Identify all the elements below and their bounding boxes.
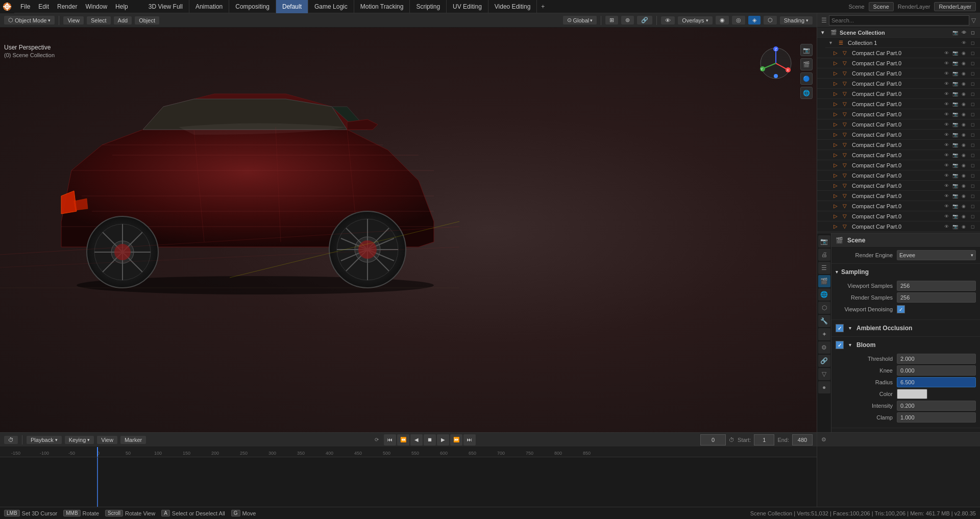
select-menu-btn[interactable]: Select (87, 16, 111, 24)
car-part-13[interactable]: ▷▽ Compact Car Part.0 👁📷◉◻ (817, 181, 980, 191)
tab-animation[interactable]: Animation (189, 0, 229, 13)
car-part-15[interactable]: ▷▽ Compact Car Part.0 👁📷◉◻ (817, 201, 980, 211)
tab-add-button[interactable]: + (537, 1, 549, 12)
end-frame-field[interactable]: 480 (792, 434, 813, 446)
ao-header[interactable]: ✓ ▾ Ambient Occlusion (836, 322, 976, 334)
rendered-shading-btn[interactable]: ◈ (748, 16, 761, 24)
wireframe-shading-btn[interactable]: ⬡ (764, 16, 777, 24)
car-part-10[interactable]: ▷▽ Compact Car Part.0 👁📷◉◻ (817, 150, 980, 160)
props-world-btn[interactable]: 🌐 (818, 288, 830, 301)
current-frame-field[interactable]: 0 (700, 434, 726, 446)
props-physics-btn[interactable]: ⚙ (818, 341, 830, 354)
tab-3dviewfull[interactable]: 3D View Full (142, 0, 189, 13)
menu-render[interactable]: Render (53, 0, 81, 13)
props-material-btn[interactable]: ● (818, 381, 830, 393)
tab-videoediting[interactable]: Video Editing (488, 0, 537, 13)
viewport-3d[interactable]: ⬡ Object Mode ▾ View Select Add Object ⊙… (0, 13, 817, 432)
gizmo-btn[interactable]: 👁 (661, 16, 675, 24)
car-part-14[interactable]: ▷▽ Compact Car Part.0 👁📷◉◻ (817, 191, 980, 201)
tab-gamelogic[interactable]: Game Logic (308, 0, 354, 13)
props-render-btn[interactable]: 📷 (818, 235, 830, 248)
p0-eye[interactable]: 👁 (943, 50, 950, 57)
p0-select[interactable]: ◻ (969, 50, 976, 57)
play-fwd-btn[interactable]: ▶ (437, 434, 449, 446)
action-camera[interactable]: 📷 (951, 29, 959, 36)
render-samples-value[interactable]: 256 (897, 292, 976, 303)
props-output-btn[interactable]: 🖨 (818, 249, 830, 261)
bloom-clamp-value[interactable]: 1.000 (897, 412, 976, 423)
c1-sel[interactable]: ◻ (969, 39, 976, 46)
play-back-btn[interactable]: ◀ (410, 434, 423, 446)
object-menu-btn[interactable]: Object (135, 16, 159, 24)
car-part-12[interactable]: ▷▽ Compact Car Part.0 👁📷◉◻ (817, 170, 980, 181)
menu-edit[interactable]: Edit (34, 0, 53, 13)
action-eye[interactable]: 👁 (960, 29, 967, 36)
props-data-btn[interactable]: ▽ (818, 368, 830, 380)
skip-end-btn[interactable]: ⏭ (463, 434, 476, 446)
bloom-intensity-value[interactable]: 0.200 (897, 401, 976, 411)
material-shading-btn[interactable]: ◎ (732, 16, 745, 24)
menu-help[interactable]: Help (111, 0, 132, 13)
filter-icon[interactable]: ▽ (971, 17, 976, 24)
loop-btn[interactable]: ⟳ (371, 434, 383, 446)
ao-checkbox[interactable]: ✓ (836, 324, 844, 332)
shading-menu-btn[interactable]: Shading ▾ (780, 16, 813, 24)
add-menu-btn[interactable]: Add (114, 16, 132, 24)
blender-logo[interactable] (0, 0, 14, 13)
toggle-render-icon[interactable]: 🎬 (800, 58, 813, 70)
solid-shading-btn[interactable]: ◉ (716, 16, 729, 24)
car-part-3[interactable]: ▷▽ Compact Car Part.0 👁📷◉◻ (817, 79, 980, 89)
tab-scripting[interactable]: Scripting (410, 0, 447, 13)
viewport-canvas[interactable]: User Perspective (0) Scene Collection Z … (0, 28, 817, 432)
props-view-layer-btn[interactable]: ☰ (818, 262, 830, 274)
marker-menu[interactable]: Marker (120, 436, 146, 444)
props-modifier-btn[interactable]: 🔧 (818, 315, 830, 327)
tab-uvediting[interactable]: UV Editing (447, 0, 488, 13)
props-object-btn[interactable]: ⬡ (818, 302, 830, 314)
car-part-7[interactable]: ▷▽ Compact Car Part.0 👁📷◉◻ (817, 119, 980, 130)
car-part-8[interactable]: ▷▽ Compact Car Part.0 👁📷◉◻ (817, 130, 980, 140)
stop-btn[interactable]: ⏹ (424, 434, 436, 446)
sampling-header[interactable]: ▾ Sampling (836, 266, 976, 278)
props-scene-btn[interactable]: 🎬 (818, 275, 830, 287)
car-part-17[interactable]: ▷▽ Compact Car Part.0 👁📷◉◻ (817, 221, 980, 232)
car-part-11[interactable]: ▷▽ Compact Car Part.0 👁📷◉◻ (817, 160, 980, 170)
car-part-0[interactable]: ▷ ▽ Compact Car Part.0 👁 📷 ◉ ◻ (817, 48, 980, 58)
tl-view-menu[interactable]: View (97, 436, 117, 444)
p0-render[interactable]: ◉ (960, 50, 967, 57)
outliner-scene-collection[interactable]: ▾ 🎬 Scene Collection 📷 👁 ◻ (817, 28, 980, 38)
viewport-denoising-checkbox[interactable]: ✓ (897, 305, 905, 313)
tab-compositing[interactable]: Compositing (229, 0, 276, 13)
car-part-2[interactable]: ▷ ▽ Compact Car Part.0 👁📷◉◻ (817, 68, 980, 79)
snap-btn[interactable]: ⊙ Global ▾ (563, 16, 597, 24)
toggle-scene-icon[interactable]: 🔵 (800, 72, 813, 85)
outliner-search[interactable] (829, 15, 969, 26)
action-select[interactable]: ◻ (969, 29, 976, 36)
outliner-collection1[interactable]: ▾ ☰ Collection 1 👁 ◻ (825, 38, 980, 48)
car-part-5[interactable]: ▷▽ Compact Car Part.0 👁📷◉◻ (817, 99, 980, 109)
car-part-9[interactable]: ▷▽ Compact Car Part.0 👁📷◉◻ (817, 140, 980, 150)
bloom-header[interactable]: ✓ ▾ Bloom (836, 339, 976, 351)
start-frame-field[interactable]: 1 (754, 434, 774, 446)
render-layer-selector[interactable]: RenderLayer (934, 2, 976, 11)
overlay-btn[interactable]: Overlays ▾ (678, 16, 712, 24)
proportional-btn[interactable]: ⊚ (621, 16, 634, 24)
viewport-mode-btn[interactable]: ⬡ Object Mode ▾ (4, 16, 55, 24)
snap-toggle[interactable]: 🔗 (637, 16, 652, 24)
c1-eye[interactable]: 👁 (960, 39, 967, 46)
render-engine-select[interactable]: Eevee ▾ (897, 250, 976, 260)
step-back-btn[interactable]: ⏪ (397, 434, 409, 446)
car-part-4[interactable]: ▷▽ Compact Car Part.0 👁📷◉◻ (817, 89, 980, 99)
car-part-16[interactable]: ▷▽ Compact Car Part.0 👁📷◉◻ (817, 211, 980, 221)
viewport-samples-value[interactable]: 256 (897, 281, 976, 291)
bloom-threshold-value[interactable]: 2.000 (897, 354, 976, 364)
tab-motiontracking[interactable]: Motion Tracking (354, 0, 410, 13)
scene-selector[interactable]: Scene (869, 2, 894, 11)
car-part-1[interactable]: ▷ ▽ Compact Car Part.0 👁 📷 ◉ ◻ (817, 58, 980, 68)
skip-start-btn[interactable]: ⏮ (384, 434, 396, 446)
menu-file[interactable]: File (16, 0, 34, 13)
props-particles-btn[interactable]: ✦ (818, 328, 830, 340)
timeline-editor-type[interactable]: ⏱ (4, 436, 18, 444)
view-menu-btn[interactable]: View (63, 16, 84, 24)
toggle-camera-icon[interactable]: 📷 (800, 44, 813, 56)
